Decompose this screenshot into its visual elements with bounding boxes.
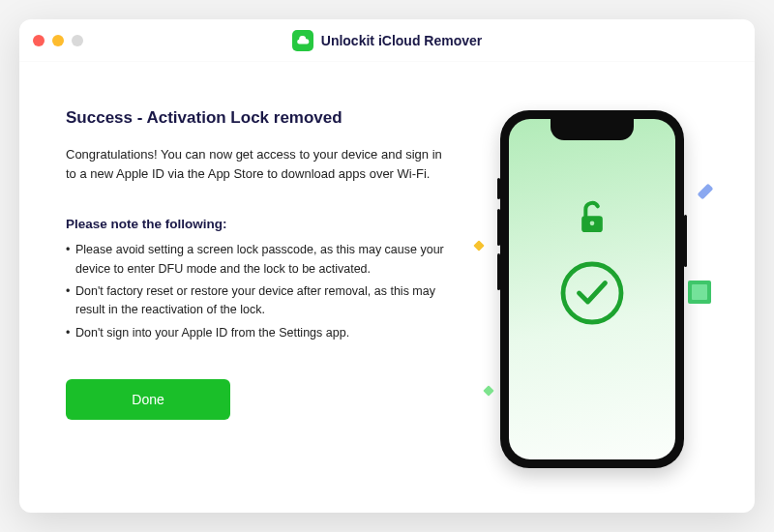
note-item: Please avoid setting a screen lock passc… [66,241,449,279]
content-area: Success - Activation Lock removed Congra… [19,62,755,513]
note-list: Please avoid setting a screen lock passc… [66,241,449,346]
svg-point-1 [590,222,595,226]
maximize-button[interactable] [72,35,83,46]
sparkle-icon [483,385,493,396]
note-item: Don't sign into your Apple ID from the S… [66,324,449,342]
svg-point-2 [563,264,621,322]
sparkle-icon [473,240,484,251]
phone-volume-down [497,253,500,290]
unlock-icon [573,198,611,237]
close-button[interactable] [33,35,45,46]
done-button[interactable]: Done [66,379,230,420]
check-circle-icon [557,258,627,328]
illustration-pane [476,108,708,470]
window-controls [33,35,83,46]
left-pane: Success - Activation Lock removed Congra… [66,108,449,470]
title-center: Unlockit iCloud Remover [19,30,755,51]
titlebar: Unlockit iCloud Remover [19,19,755,62]
note-heading: Please note the following: [66,217,449,231]
success-subtext: Congratulations! You can now get access … [66,145,449,184]
app-title: Unlockit iCloud Remover [321,33,482,48]
app-icon [292,30,313,51]
success-heading: Success - Activation Lock removed [66,108,449,128]
phone-notch [551,119,634,140]
sparkle-icon [683,276,716,309]
sparkle-icon [698,184,714,200]
phone-screen [509,119,675,459]
minimize-button[interactable] [52,35,64,46]
phone-illustration [500,110,684,468]
app-window: Unlockit iCloud Remover Success - Activa… [19,19,755,513]
phone-power-button [684,215,687,267]
note-item: Don't factory reset or restore your devi… [66,282,449,320]
cloud-icon [296,34,310,47]
phone-volume-up [497,209,500,246]
phone-mute-switch [497,178,500,199]
